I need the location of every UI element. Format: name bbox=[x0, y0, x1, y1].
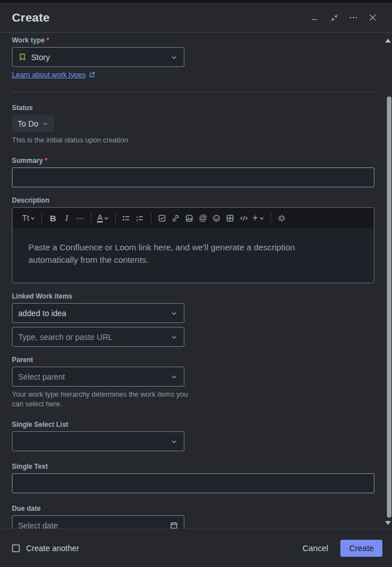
work-type-select[interactable]: Story bbox=[12, 47, 184, 67]
dialog-footer: Create another Cancel Create bbox=[0, 528, 392, 567]
summary-label: Summary * bbox=[12, 157, 374, 165]
toolbar-divider bbox=[115, 213, 116, 223]
toolbar-divider bbox=[91, 213, 91, 223]
single-text-label: Single Text bbox=[12, 463, 374, 471]
work-type-value: Story bbox=[31, 53, 166, 62]
status-helper-text: This is the initial status upon creation bbox=[12, 136, 374, 145]
single-text-input[interactable] bbox=[12, 473, 374, 493]
table-button[interactable] bbox=[224, 211, 237, 225]
toolbar-divider bbox=[41, 213, 42, 223]
description-textarea[interactable]: Paste a Confluence or Loom link here, an… bbox=[12, 228, 374, 283]
form-scroll-area: Work type * Story Learn about work types… bbox=[0, 32, 392, 528]
story-bookmark-icon bbox=[18, 53, 27, 61]
chevron-down-icon bbox=[170, 438, 178, 446]
italic-button[interactable]: I bbox=[60, 211, 73, 225]
parent-placeholder: Select parent bbox=[18, 372, 166, 381]
ai-button[interactable] bbox=[275, 211, 289, 225]
chevron-down-icon bbox=[259, 215, 265, 221]
minimize-icon bbox=[311, 14, 319, 22]
work-type-label: Work type * bbox=[12, 36, 374, 44]
more-options-button[interactable] bbox=[347, 11, 360, 24]
single-select-list-select[interactable] bbox=[12, 431, 184, 451]
external-link-icon bbox=[88, 72, 95, 78]
emoji-icon bbox=[212, 214, 221, 222]
required-asterisk: * bbox=[45, 157, 48, 165]
chevron-down-icon bbox=[170, 333, 178, 341]
due-date-label: Due date bbox=[12, 505, 374, 513]
cancel-button[interactable]: Cancel bbox=[296, 540, 335, 556]
ai-sparkle-icon bbox=[277, 214, 286, 222]
text-styles-button[interactable]: Tt bbox=[20, 211, 37, 225]
chevron-down-icon bbox=[42, 120, 49, 127]
chevron-down-icon bbox=[103, 215, 109, 221]
single-select-list-label: Single Select List bbox=[12, 421, 374, 429]
scrollbar-down-arrow[interactable] bbox=[385, 521, 391, 525]
chevron-down-icon bbox=[170, 309, 178, 317]
required-asterisk: * bbox=[47, 36, 49, 44]
dialog-title: Create bbox=[12, 11, 50, 24]
exit-fullscreen-button[interactable] bbox=[327, 11, 341, 24]
chevron-down-icon bbox=[170, 373, 178, 381]
svg-text:2: 2 bbox=[136, 218, 138, 222]
create-button[interactable]: Create bbox=[340, 540, 382, 557]
scrollbar-thumb[interactable] bbox=[387, 96, 391, 518]
image-icon bbox=[185, 214, 193, 222]
mention-button[interactable]: @ bbox=[196, 211, 210, 225]
calendar-icon bbox=[170, 521, 178, 528]
task-checkbox-icon bbox=[158, 214, 166, 222]
status-value: To Do bbox=[18, 119, 39, 128]
image-button[interactable] bbox=[183, 211, 196, 225]
section-divider bbox=[12, 92, 374, 93]
scrollbar-up-arrow[interactable] bbox=[385, 39, 391, 43]
link-type-value: added to idea bbox=[18, 309, 166, 318]
editor-toolbar: Tt B I ⋯ A 12 bbox=[12, 208, 374, 228]
bullet-list-icon bbox=[122, 214, 130, 222]
close-icon bbox=[368, 13, 377, 22]
window-controls bbox=[308, 11, 380, 24]
minimize-button[interactable] bbox=[308, 11, 322, 24]
more-options-icon bbox=[349, 13, 358, 22]
emoji-button[interactable] bbox=[210, 211, 224, 225]
code-icon bbox=[239, 214, 248, 222]
numbered-list-button[interactable]: 12 bbox=[133, 211, 147, 225]
close-button[interactable] bbox=[366, 11, 380, 24]
due-date-input[interactable]: Select date bbox=[12, 515, 184, 528]
bullet-list-button[interactable] bbox=[120, 211, 133, 225]
parent-label: Parent bbox=[12, 356, 374, 364]
task-list-button[interactable] bbox=[155, 211, 169, 225]
toolbar-divider bbox=[151, 213, 151, 223]
linked-work-items-label: Linked Work items bbox=[12, 292, 374, 300]
table-icon bbox=[226, 214, 234, 222]
chevron-down-icon bbox=[29, 215, 36, 221]
numbered-list-icon: 12 bbox=[136, 214, 144, 222]
code-button[interactable] bbox=[237, 211, 251, 225]
more-formatting-button[interactable]: ⋯ bbox=[73, 211, 87, 225]
exit-fullscreen-icon bbox=[330, 14, 339, 22]
status-select-button[interactable]: To Do bbox=[12, 115, 54, 132]
link-type-select[interactable]: added to idea bbox=[12, 303, 184, 323]
chevron-down-icon bbox=[170, 53, 178, 61]
learn-work-types-link[interactable]: Learn about work types bbox=[12, 71, 86, 79]
bold-button[interactable]: B bbox=[46, 211, 60, 225]
due-date-placeholder: Select date bbox=[18, 521, 165, 529]
description-placeholder: Paste a Confluence or Loom link here, an… bbox=[28, 241, 346, 266]
link-icon bbox=[171, 214, 180, 222]
insert-button[interactable]: + bbox=[251, 211, 267, 225]
create-another-option[interactable]: Create another bbox=[12, 544, 79, 553]
link-button[interactable] bbox=[169, 211, 183, 225]
linked-item-search-select[interactable]: Type, search or paste URL bbox=[12, 327, 184, 347]
linked-item-search-placeholder: Type, search or paste URL bbox=[18, 333, 166, 342]
dialog-header: Create bbox=[0, 3, 392, 32]
summary-input[interactable] bbox=[12, 167, 374, 187]
text-color-button[interactable]: A bbox=[95, 211, 111, 225]
create-another-label: Create another bbox=[26, 544, 79, 553]
parent-select[interactable]: Select parent bbox=[12, 367, 184, 387]
parent-helper-text: Your work type hierarchy determines the … bbox=[12, 390, 193, 409]
toolbar-divider bbox=[271, 213, 271, 223]
description-editor: Tt B I ⋯ A 12 bbox=[12, 207, 374, 283]
create-another-checkbox[interactable] bbox=[12, 544, 20, 552]
description-label: Description bbox=[12, 196, 374, 204]
status-label: Status bbox=[12, 104, 374, 112]
